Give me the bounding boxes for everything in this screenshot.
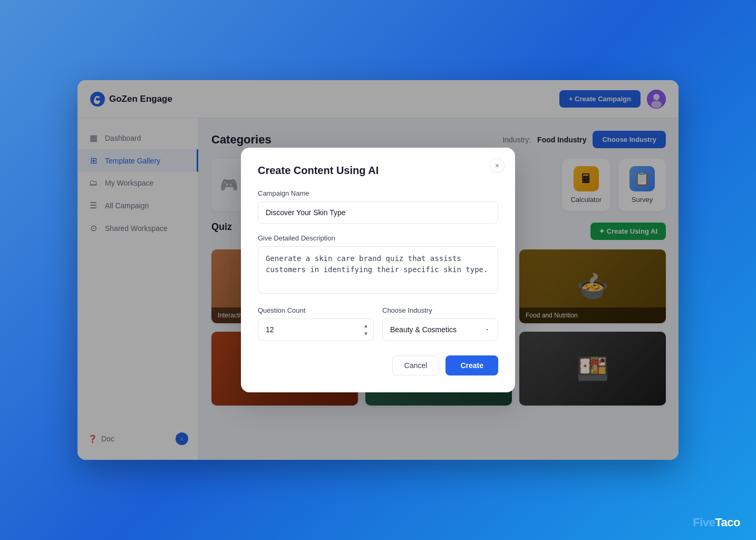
stepper-buttons: ▲ ▼ (362, 322, 370, 338)
choose-industry-label: Choose Industry (382, 306, 498, 314)
industry-select[interactable]: Beauty & Cosmetics Food Industry Technol… (382, 319, 498, 341)
question-count-input[interactable] (258, 319, 374, 341)
create-content-modal: × Create Content Using AI Campaign Name … (241, 148, 515, 392)
create-button[interactable]: Create (445, 355, 498, 375)
fivetaco-brand: FiveTaco (693, 516, 740, 529)
form-row-options: Question Count ▲ ▼ Choose Industry Beaut… (258, 306, 498, 341)
modal-close-button[interactable]: × (490, 158, 505, 173)
campaign-name-label: Campaign Name (258, 189, 498, 197)
description-label: Give Detailed Description (258, 234, 498, 242)
question-count-wrap: ▲ ▼ (258, 319, 374, 341)
campaign-name-input[interactable] (258, 201, 498, 224)
stepper-down-button[interactable]: ▼ (362, 330, 370, 338)
question-count-label: Question Count (258, 306, 374, 314)
choose-industry-col: Choose Industry Beauty & Cosmetics Food … (382, 306, 498, 341)
description-textarea[interactable]: Generate a skin care brand quiz that ass… (258, 246, 498, 294)
question-count-col: Question Count ▲ ▼ (258, 306, 374, 341)
modal-overlay: × Create Content Using AI Campaign Name … (77, 80, 679, 460)
modal-title: Create Content Using AI (258, 165, 498, 177)
app-window: GoZen Engage + Create Campaign (77, 80, 679, 460)
modal-actions: Cancel Create (258, 355, 498, 375)
stepper-up-button[interactable]: ▲ (362, 322, 370, 330)
cancel-button[interactable]: Cancel (392, 355, 440, 375)
